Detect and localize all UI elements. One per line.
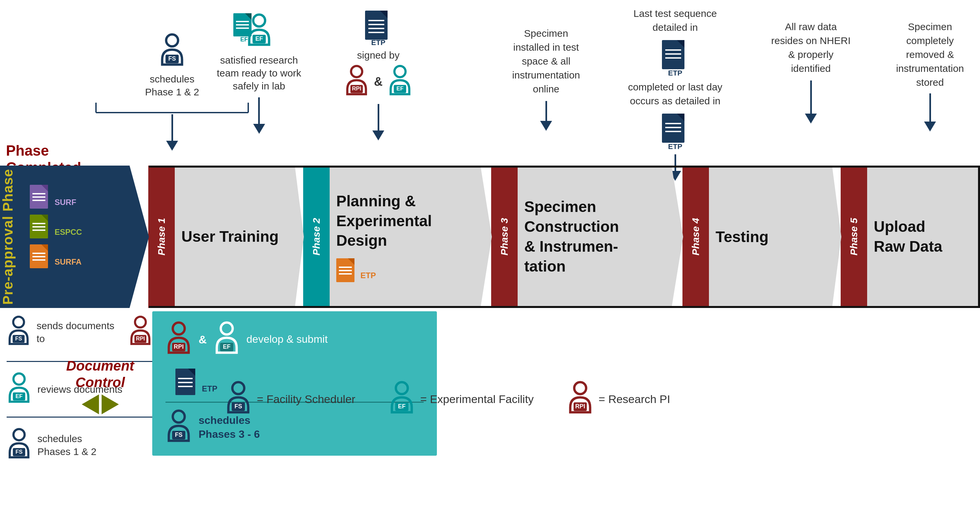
phase-5-strip: Phase 5 [841,166,867,308]
phase-2-body: Planning &ExperimentalDesign ETP [329,166,492,308]
surf-doc [30,182,51,209]
svg-point-56 [13,317,24,327]
signed-by-icons: RPI & EF [344,64,412,100]
legend-rpi-text: = Research PI [599,393,670,406]
down-arrow-7 [877,93,980,131]
phase-3-body: SpecimenConstruction& Instrumen-tation [518,166,683,308]
svg-point-68 [173,322,185,335]
svg-point-65 [14,429,25,440]
svg-text:EF: EF [223,343,231,350]
etp-doc-test [662,36,689,69]
phase-3-label: Phase 3 [499,218,510,255]
phase-2-title: Planning &ExperimentalDesign [336,191,432,251]
ann-specimen-installed: Specimeninstalled in testspace & allinst… [490,27,602,131]
svg-point-82 [232,382,244,394]
etp-doc-test2 [662,110,689,143]
phase-2-strip: Phase 2 [303,166,329,308]
phase-1-wrapper: Phase 1 User Training [148,166,304,308]
rpi-ef-develop: RPI & EF develop & submit [165,321,424,358]
phases-row: Pre-approval Phase SURF [0,166,980,308]
down-arrow-4 [490,101,602,131]
fs-schedules-12: FS schedulesPhases 1 & 2 [6,427,152,462]
svg-point-79 [173,411,185,422]
legend-rpi-icon: RPI [567,381,593,417]
phase-4-wrapper: Phase 4 Testing [682,166,841,308]
fs-schedules-36-text: schedulesPhases 3 - 6 [199,414,260,441]
fs-person-top: FS [159,33,185,70]
phase-3-title: SpecimenConstruction& Instrumen-tation [524,197,619,276]
pre-approval-phase: Pre-approval Phase SURF [0,166,149,308]
phase-title-line1: Phase [6,142,81,159]
phase-1-strip: Phase 1 [148,166,175,308]
surfa-doc [30,242,51,268]
phase-1-title: User Training [181,227,279,247]
pre-approval-label: Pre-approval Phase [0,169,22,305]
svg-point-0 [166,34,178,46]
etp-doc-signed [365,6,391,40]
svg-point-59 [135,317,146,327]
phase-5-label: Phase 5 [848,218,859,255]
document-control: DocumentControl [66,358,134,414]
phase-5-body: UploadRaw Data [867,166,980,308]
down-arrow-2 [217,97,301,134]
legend-fs-icon: FS [225,381,251,417]
svg-text:RPI: RPI [174,343,184,350]
ann-last-test: Last test sequencedetailed in ETP comple… [612,6,738,181]
legend-fs-text: = Facility Scheduler [257,393,355,406]
svg-point-62 [14,373,25,385]
svg-text:FS: FS [16,449,23,455]
phase-5-wrapper: Phase 5 UploadRaw Data [841,166,980,308]
ann-satisfied-team: EF EF satisfied researchteam ready to wo… [217,13,301,134]
phase-4-title: Testing [716,228,768,246]
svg-point-20 [351,66,363,77]
ann-raw-data: All raw dataresides on NHERI& properlyid… [751,20,870,124]
svg-text:FS: FS [15,335,22,341]
main-container: Phase Completed When FS schedulesPhase 1… [0,0,980,507]
svg-point-88 [574,382,586,394]
phase-5-title: UploadRaw Data [874,217,942,257]
svg-text:EF: EF [396,85,404,92]
ef-person-bottom1: EF [6,372,32,407]
phase-4-label: Phase 4 [690,218,701,255]
fs-person-teal: FS [165,409,192,446]
legend-ef-icon: EF [388,381,415,417]
preapproval-docs: SURF ESPCC [30,182,82,268]
svg-text:EF: EF [16,393,23,399]
legend-rpi: RPI = Research PI [567,381,670,417]
ef-doc-top: EF [233,10,255,43]
svg-text:FS: FS [168,55,176,62]
down-arrow-6 [751,80,870,124]
svg-text:EF: EF [255,35,263,42]
svg-point-71 [221,322,233,335]
svg-text:EF: EF [398,403,406,410]
svg-point-85 [396,382,408,394]
document-control-label: DocumentControl [66,358,134,391]
rpi-person-signed: RPI [344,64,369,100]
svg-text:FS: FS [175,432,182,438]
svg-text:FS: FS [234,403,242,410]
phase-2-etp-doc: ETP [336,256,432,282]
espcc-doc [30,212,51,238]
ef-person-signed: EF [388,64,412,100]
fs-person-bottom1: FS [6,315,30,349]
phase-1-label: Phase 1 [156,218,167,255]
rpi-person-teal: RPI [165,321,192,358]
down-arrow-3 [344,104,412,140]
ann-signed-by: ETP signed by RPI & EF [344,6,412,140]
phase-3-wrapper: Phase 3 SpecimenConstruction& Instrumen-… [491,166,683,308]
rpi-person-bottom1: RPI [129,315,152,349]
legend-ef-text: = Experimental Facility [420,393,534,406]
svg-text:RPI: RPI [352,85,361,92]
svg-text:RPI: RPI [136,335,145,341]
fs-sends-docs: FS sends documents to RPI [6,315,152,349]
phase-2-wrapper: Phase 2 Planning &ExperimentalDesign [303,166,492,308]
ef-person-teal: EF [213,321,240,358]
phase-1-body: User Training [175,166,304,308]
fs-person-bottom2: FS [6,427,32,462]
legend-section: FS = Facility Scheduler EF = Experimenta… [225,381,670,417]
phase-2-label: Phase 2 [311,218,322,255]
svg-text:RPI: RPI [575,403,585,410]
phase-4-body: Testing [709,166,841,308]
ann-specimen-removed: Specimencompletelyremoved &instrumentati… [877,20,980,131]
legend-ef: EF = Experimental Facility [388,381,534,417]
